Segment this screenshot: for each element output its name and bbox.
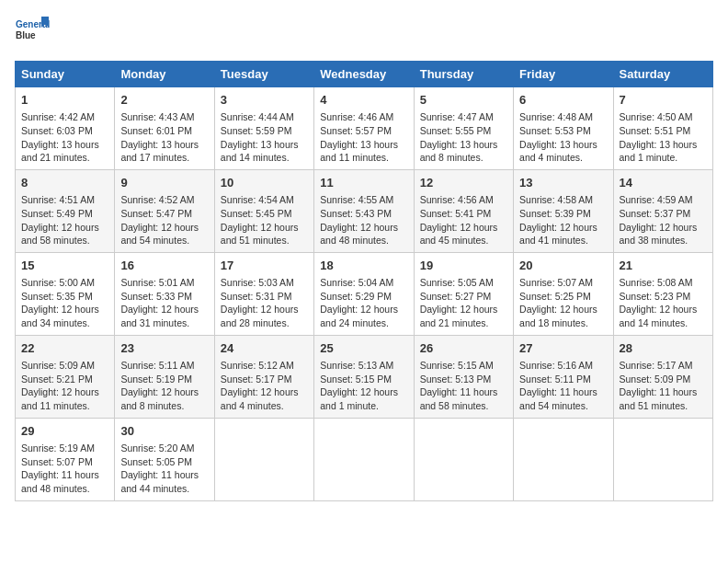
calendar-cell: 5Sunrise: 4:47 AMSunset: 5:55 PMDaylight… <box>414 87 513 170</box>
day-number: 29 <box>21 423 108 440</box>
day-info: Sunrise: 5:08 AMSunset: 5:23 PMDaylight:… <box>620 276 707 330</box>
day-number: 3 <box>221 92 308 109</box>
calendar-cell: 13Sunrise: 4:58 AMSunset: 5:39 PMDayligh… <box>514 169 613 252</box>
calendar-cell: 30Sunrise: 5:20 AMSunset: 5:05 PMDayligh… <box>115 418 214 500</box>
calendar-week-row: 29Sunrise: 5:19 AMSunset: 5:07 PMDayligh… <box>16 418 713 500</box>
day-number: 25 <box>320 340 407 357</box>
calendar-cell: 6Sunrise: 4:48 AMSunset: 5:53 PMDaylight… <box>514 87 613 170</box>
day-number: 16 <box>120 258 208 274</box>
day-info: Sunrise: 5:15 AMSunset: 5:13 PMDaylight:… <box>420 359 507 413</box>
day-number: 21 <box>620 258 707 274</box>
day-info: Sunrise: 5:16 AMSunset: 5:11 PMDaylight:… <box>519 359 607 413</box>
calendar-cell: 27Sunrise: 5:16 AMSunset: 5:11 PMDayligh… <box>514 335 613 418</box>
calendar-cell: 26Sunrise: 5:15 AMSunset: 5:13 PMDayligh… <box>414 335 513 418</box>
day-info: Sunrise: 5:11 AMSunset: 5:19 PMDaylight:… <box>120 359 208 413</box>
col-header-monday: Monday <box>115 62 214 87</box>
svg-text:Blue: Blue <box>16 30 36 40</box>
calendar-cell: 28Sunrise: 5:17 AMSunset: 5:09 PMDayligh… <box>613 335 712 418</box>
day-info: Sunrise: 5:00 AMSunset: 5:35 PMDaylight:… <box>21 276 108 330</box>
day-number: 14 <box>620 175 707 191</box>
day-number: 17 <box>221 258 308 274</box>
day-number: 7 <box>620 92 707 109</box>
calendar-cell: 1Sunrise: 4:42 AMSunset: 6:03 PMDaylight… <box>16 87 115 170</box>
day-info: Sunrise: 5:20 AMSunset: 5:05 PMDaylight:… <box>120 442 208 496</box>
day-info: Sunrise: 4:43 AMSunset: 6:01 PMDaylight:… <box>120 110 208 165</box>
calendar-cell: 18Sunrise: 5:04 AMSunset: 5:29 PMDayligh… <box>314 252 414 335</box>
day-number: 19 <box>420 258 507 274</box>
day-number: 15 <box>21 258 108 274</box>
calendar-cell: 11Sunrise: 4:55 AMSunset: 5:43 PMDayligh… <box>314 169 414 252</box>
calendar-week-row: 22Sunrise: 5:09 AMSunset: 5:21 PMDayligh… <box>16 335 713 418</box>
day-info: Sunrise: 4:42 AMSunset: 6:03 PMDaylight:… <box>21 110 108 165</box>
day-info: Sunrise: 5:03 AMSunset: 5:31 PMDaylight:… <box>221 276 308 330</box>
calendar-cell: 12Sunrise: 4:56 AMSunset: 5:41 PMDayligh… <box>414 169 513 252</box>
day-info: Sunrise: 5:04 AMSunset: 5:29 PMDaylight:… <box>320 276 407 330</box>
calendar-cell: 15Sunrise: 5:00 AMSunset: 5:35 PMDayligh… <box>16 252 115 335</box>
calendar-cell: 24Sunrise: 5:12 AMSunset: 5:17 PMDayligh… <box>214 335 313 418</box>
day-info: Sunrise: 4:51 AMSunset: 5:49 PMDaylight:… <box>21 193 108 247</box>
day-info: Sunrise: 5:01 AMSunset: 5:33 PMDaylight:… <box>120 276 208 330</box>
calendar-cell: 10Sunrise: 4:54 AMSunset: 5:45 PMDayligh… <box>214 169 313 252</box>
calendar-cell: 3Sunrise: 4:44 AMSunset: 5:59 PMDaylight… <box>214 87 313 170</box>
calendar-cell: 9Sunrise: 4:52 AMSunset: 5:47 PMDaylight… <box>115 169 214 252</box>
day-number: 22 <box>21 340 108 357</box>
calendar-week-row: 8Sunrise: 4:51 AMSunset: 5:49 PMDaylight… <box>16 169 713 252</box>
calendar-cell: 8Sunrise: 4:51 AMSunset: 5:49 PMDaylight… <box>16 169 115 252</box>
day-number: 24 <box>221 340 308 357</box>
day-number: 20 <box>519 258 607 274</box>
calendar-cell <box>314 418 414 500</box>
day-info: Sunrise: 4:44 AMSunset: 5:59 PMDaylight:… <box>221 110 308 165</box>
col-header-saturday: Saturday <box>613 62 712 87</box>
calendar-cell <box>414 418 513 500</box>
day-info: Sunrise: 4:56 AMSunset: 5:41 PMDaylight:… <box>420 193 507 247</box>
calendar-cell: 20Sunrise: 5:07 AMSunset: 5:25 PMDayligh… <box>514 252 613 335</box>
calendar-cell: 17Sunrise: 5:03 AMSunset: 5:31 PMDayligh… <box>214 252 313 335</box>
col-header-wednesday: Wednesday <box>314 62 414 87</box>
day-info: Sunrise: 5:12 AMSunset: 5:17 PMDaylight:… <box>221 359 308 413</box>
calendar-header-row: SundayMondayTuesdayWednesdayThursdayFrid… <box>16 62 713 87</box>
calendar-cell: 14Sunrise: 4:59 AMSunset: 5:37 PMDayligh… <box>613 169 712 252</box>
col-header-sunday: Sunday <box>16 62 115 87</box>
day-number: 4 <box>320 92 407 109</box>
day-number: 13 <box>519 175 607 191</box>
calendar-week-row: 1Sunrise: 4:42 AMSunset: 6:03 PMDaylight… <box>16 87 713 170</box>
calendar-cell: 19Sunrise: 5:05 AMSunset: 5:27 PMDayligh… <box>414 252 513 335</box>
day-number: 30 <box>120 423 208 440</box>
col-header-friday: Friday <box>514 62 613 87</box>
col-header-thursday: Thursday <box>414 62 513 87</box>
day-info: Sunrise: 5:17 AMSunset: 5:09 PMDaylight:… <box>620 359 707 413</box>
day-number: 9 <box>120 175 208 191</box>
calendar-cell: 2Sunrise: 4:43 AMSunset: 6:01 PMDaylight… <box>115 87 214 170</box>
calendar-cell: 25Sunrise: 5:13 AMSunset: 5:15 PMDayligh… <box>314 335 414 418</box>
calendar-cell: 23Sunrise: 5:11 AMSunset: 5:19 PMDayligh… <box>115 335 214 418</box>
day-info: Sunrise: 4:50 AMSunset: 5:51 PMDaylight:… <box>620 110 707 165</box>
day-info: Sunrise: 4:54 AMSunset: 5:45 PMDaylight:… <box>221 193 308 247</box>
day-number: 28 <box>620 340 707 357</box>
day-info: Sunrise: 5:07 AMSunset: 5:25 PMDaylight:… <box>519 276 607 330</box>
col-header-tuesday: Tuesday <box>214 62 313 87</box>
day-number: 5 <box>420 92 507 109</box>
calendar-week-row: 15Sunrise: 5:00 AMSunset: 5:35 PMDayligh… <box>16 252 713 335</box>
calendar-cell <box>514 418 613 500</box>
day-info: Sunrise: 5:09 AMSunset: 5:21 PMDaylight:… <box>21 359 108 413</box>
day-number: 12 <box>420 175 507 191</box>
day-number: 26 <box>420 340 507 357</box>
day-info: Sunrise: 4:55 AMSunset: 5:43 PMDaylight:… <box>320 193 407 247</box>
day-info: Sunrise: 5:19 AMSunset: 5:07 PMDaylight:… <box>21 442 108 496</box>
calendar-cell: 29Sunrise: 5:19 AMSunset: 5:07 PMDayligh… <box>16 418 115 500</box>
calendar-cell <box>613 418 712 500</box>
day-info: Sunrise: 4:59 AMSunset: 5:37 PMDaylight:… <box>620 193 707 247</box>
day-number: 11 <box>320 175 407 191</box>
calendar-cell: 21Sunrise: 5:08 AMSunset: 5:23 PMDayligh… <box>613 252 712 335</box>
day-number: 18 <box>320 258 407 274</box>
logo: General Blue <box>15 15 50 50</box>
day-info: Sunrise: 5:13 AMSunset: 5:15 PMDaylight:… <box>320 359 407 413</box>
day-number: 6 <box>519 92 607 109</box>
day-info: Sunrise: 4:52 AMSunset: 5:47 PMDaylight:… <box>120 193 208 247</box>
day-number: 1 <box>21 92 108 109</box>
day-number: 27 <box>519 340 607 357</box>
calendar-cell <box>214 418 313 500</box>
day-info: Sunrise: 5:05 AMSunset: 5:27 PMDaylight:… <box>420 276 507 330</box>
page-header: General Blue <box>15 15 713 50</box>
day-number: 10 <box>221 175 308 191</box>
